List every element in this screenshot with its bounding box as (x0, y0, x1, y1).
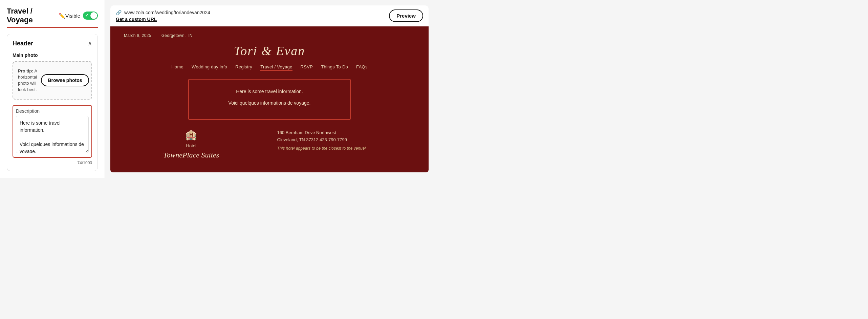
nav-faqs[interactable]: FAQs (356, 64, 368, 71)
description-label: Description (16, 108, 89, 114)
char-count: 74/1000 (13, 161, 92, 165)
travel-content-box: Here is some travel information. Voici q… (188, 79, 351, 120)
toggle-knob (90, 12, 97, 19)
hotel-section: 🏨 Hotel TownePlace Suites 160 Bernham Dr… (110, 129, 429, 160)
pro-tip-bold: Pro tip: (18, 68, 34, 73)
nav-rsvp[interactable]: RSVP (301, 64, 313, 71)
edit-icon[interactable]: ✏️ (59, 13, 65, 19)
travel-text-1: Here is some travel information. (202, 88, 337, 95)
chevron-up-icon[interactable]: ∧ (88, 40, 92, 47)
wedding-date: March 8, 2025 (124, 33, 151, 38)
custom-url-link[interactable]: Get a custom URL (116, 17, 210, 22)
hotel-name: TownePlace Suites (121, 150, 262, 160)
hotel-address: 160 Bernham Drive NorthwestCleveland, TN… (277, 129, 419, 144)
hotel-icon: 🏨 (121, 129, 262, 141)
left-panel: Travel / Voyage ✏️ Visible ✓ Header ∧ Ma… (0, 0, 105, 178)
nav-home[interactable]: Home (171, 64, 183, 71)
url-row: 🔗 www.zola.com/wedding/toriandevan2024 (116, 10, 210, 15)
hotel-label: Hotel (121, 143, 262, 148)
preview-bar: 🔗 www.zola.com/wedding/toriandevan2024 G… (110, 5, 429, 26)
pro-tip-text: Pro tip: A horizontal photo will look be… (18, 68, 37, 93)
section-header: Header ∧ (13, 40, 92, 47)
photo-upload-area[interactable]: Pro tip: A horizontal photo will look be… (13, 61, 92, 100)
header-section-card: Header ∧ Main photo Pro tip: A horizonta… (7, 34, 98, 171)
nav-things-to-do[interactable]: Things To Do (321, 64, 348, 71)
nav-wedding-day-info[interactable]: Wedding day info (192, 64, 227, 71)
main-photo-label: Main photo (13, 52, 92, 58)
visible-toggle[interactable]: ✓ (83, 12, 98, 20)
wedding-meta-row: March 8, 2025 Georgetown, TN (110, 33, 429, 38)
url-section: 🔗 www.zola.com/wedding/toriandevan2024 G… (116, 10, 210, 22)
visible-label: Visible (65, 13, 80, 19)
section-title: Header (13, 40, 33, 47)
description-section: Description Here is some travel informat… (13, 105, 92, 158)
preview-button[interactable]: Preview (389, 9, 423, 22)
description-textarea[interactable]: Here is some travel information. Voici q… (16, 116, 89, 153)
page-title: Travel / Voyage (7, 7, 55, 24)
hotel-note: This hotel appears to be the closest to … (277, 146, 419, 151)
right-panel: 🔗 www.zola.com/wedding/toriandevan2024 G… (105, 0, 434, 178)
wedding-nav: Home Wedding day info Registry Travel / … (110, 64, 429, 71)
wedding-location: Georgetown, TN (161, 33, 193, 38)
nav-registry[interactable]: Registry (235, 64, 252, 71)
visible-toggle-row: Visible ✓ (65, 12, 98, 20)
hotel-right: 160 Bernham Drive NorthwestCleveland, TN… (269, 129, 419, 151)
page-title-left: Travel / Voyage ✏️ (7, 7, 65, 24)
toggle-check-icon: ✓ (85, 13, 88, 18)
link-icon: 🔗 (116, 10, 122, 15)
url-text: www.zola.com/wedding/toriandevan2024 (124, 10, 210, 15)
hotel-left: 🏨 Hotel TownePlace Suites (121, 129, 269, 160)
wedding-preview: March 8, 2025 Georgetown, TN Tori & Evan… (110, 26, 429, 172)
nav-travel-voyage[interactable]: Travel / Voyage (260, 64, 292, 71)
couple-name: Tori & Evan (110, 43, 429, 58)
browse-photos-button[interactable]: Browse photos (41, 74, 89, 86)
page-title-row: Travel / Voyage ✏️ Visible ✓ (7, 7, 98, 28)
travel-text-2: Voici quelques informations de voyage. (202, 99, 337, 107)
